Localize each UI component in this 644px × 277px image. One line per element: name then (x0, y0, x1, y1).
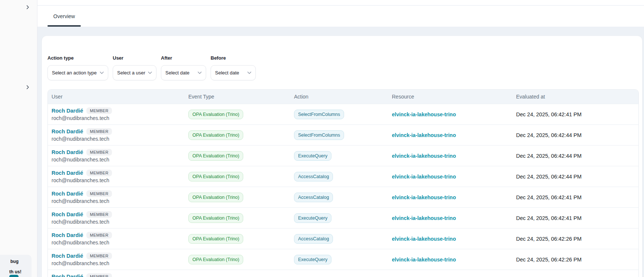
column-header-evaluated-at: Evaluated at (512, 94, 638, 100)
tab-overview[interactable]: Overview (47, 6, 81, 27)
resource-cell: elvinck-ia-lakehouse-trino (388, 153, 512, 159)
resource-link[interactable]: elvinck-ia-lakehouse-trino (392, 111, 456, 117)
event-type-badge: OPA Evaluation (Trino) (188, 255, 243, 264)
report-a-bug-link[interactable]: bug (10, 259, 19, 264)
user-cell: Roch Dardié MEMBER roch@nudibranches.tec… (48, 170, 185, 183)
table-row[interactable]: Roch Dardié MEMBER roch@nudibranches.tec… (48, 249, 638, 270)
tab-bar: Overview (37, 6, 644, 27)
table-row[interactable]: Roch Dardié MEMBER roch@nudibranches.tec… (48, 166, 638, 187)
user-name-link[interactable]: Roch Dardié (52, 232, 83, 238)
user-name-link[interactable]: Roch Dardié (52, 274, 83, 277)
user-select[interactable]: Select a user (113, 65, 156, 80)
table-row[interactable]: Roch Dardié MEMBER roch@nudibranches.tec… (48, 187, 638, 207)
chat-with-us-link[interactable]: th us! (9, 269, 22, 274)
event-type-badge: OPA Evaluation (Trino) (188, 193, 243, 202)
event-type-badge: OPA Evaluation (Trino) (188, 234, 243, 244)
action-badge: ExecuteQuery (294, 213, 331, 223)
table-row[interactable]: Roch Dardié MEMBER roch@nudibranches.tec… (48, 207, 638, 228)
evaluated-at-text: Dec 24, 2025, 06:42:44 PM (516, 174, 582, 180)
table-header-row: User Event Type Action Resource Evaluate… (48, 90, 638, 104)
action-badge: ExecuteQuery (294, 255, 331, 264)
table-row[interactable]: Roch Dardié MEMBER roch@nudibranches.tec… (48, 270, 638, 277)
select-value: Select date (165, 70, 189, 76)
sidebar-expand-button-middle[interactable] (23, 83, 32, 93)
user-name-line: Roch Dardié MEMBER (52, 253, 185, 259)
user-cell: Roch Dardié MEMBER roch@nudibranches.tec… (48, 128, 185, 142)
resource-link[interactable]: elvinck-ia-lakehouse-trino (392, 236, 456, 242)
event-type-cell: OPA Evaluation (Trino) (185, 110, 290, 119)
filter-label: After (161, 55, 206, 61)
after-date-select[interactable]: Select date (161, 65, 206, 80)
user-email: roch@nudibranches.tech (52, 115, 185, 121)
member-role-badge: MEMBER (86, 253, 112, 259)
action-cell: ExecuteQuery (290, 213, 388, 223)
user-name-link[interactable]: Roch Dardié (52, 108, 83, 114)
evaluated-at-cell: Dec 24, 2025, 06:42:41 PM (512, 111, 638, 118)
table-row[interactable]: Roch Dardié MEMBER roch@nudibranches.tec… (48, 145, 638, 166)
action-badge: SelectFromColumns (294, 130, 344, 140)
user-name-link[interactable]: Roch Dardié (52, 211, 83, 217)
main-content: Overview Action type Select an action ty… (37, 0, 644, 277)
column-header-event-type: Event Type (185, 94, 290, 100)
event-type-cell: OPA Evaluation (Trino) (185, 234, 290, 244)
event-type-badge: OPA Evaluation (Trino) (188, 172, 243, 181)
event-type-badge: OPA Evaluation (Trino) (188, 151, 243, 161)
member-role-badge: MEMBER (86, 149, 112, 156)
chat-launcher-button[interactable] (9, 275, 19, 277)
select-value: Select an action type (52, 70, 97, 76)
user-name-link[interactable]: Roch Dardié (52, 129, 83, 134)
resource-link[interactable]: elvinck-ia-lakehouse-trino (392, 194, 456, 200)
user-cell: Roch Dardié MEMBER roch@nudibranches.tec… (48, 232, 185, 246)
event-type-badge: OPA Evaluation (Trino) (188, 110, 243, 119)
select-value: Select date (215, 70, 239, 76)
user-name-link[interactable]: Roch Dardié (52, 149, 83, 155)
user-email: roch@nudibranches.tech (52, 177, 185, 183)
resource-cell: elvinck-ia-lakehouse-trino (388, 236, 512, 242)
event-type-cell: OPA Evaluation (Trino) (185, 193, 290, 202)
table-row[interactable]: Roch Dardié MEMBER roch@nudibranches.tec… (48, 228, 638, 249)
member-role-badge: MEMBER (86, 128, 112, 135)
user-name-link[interactable]: Roch Dardié (52, 191, 83, 197)
user-name-line: Roch Dardié MEMBER (52, 273, 185, 277)
user-cell: Roch Dardié MEMBER roch@nudibranches.tec… (48, 253, 185, 266)
resource-link[interactable]: elvinck-ia-lakehouse-trino (392, 132, 456, 138)
column-header-resource: Resource (388, 94, 512, 100)
filter-after: After Select date (161, 55, 206, 80)
resource-link[interactable]: elvinck-ia-lakehouse-trino (392, 257, 456, 263)
content-card: Action type Select an action type User S… (42, 36, 643, 277)
event-type-cell: OPA Evaluation (Trino) (185, 130, 290, 140)
before-date-select[interactable]: Select date (211, 65, 256, 80)
user-name-line: Roch Dardié MEMBER (52, 149, 185, 156)
action-type-select[interactable]: Select an action type (47, 65, 108, 80)
chevron-down-icon (148, 71, 152, 74)
sidebar-expand-button-top[interactable] (23, 3, 32, 13)
table-row[interactable]: Roch Dardié MEMBER roch@nudibranches.tec… (48, 104, 638, 124)
select-value: Select a user (117, 70, 145, 76)
filter-user: User Select a user (113, 55, 156, 80)
action-cell: AccessCatalog (290, 234, 388, 244)
evaluated-at-text: Dec 24, 2025, 06:42:41 PM (516, 111, 582, 117)
evaluated-at-text: Dec 24, 2025, 06:42:41 PM (516, 215, 582, 221)
resource-link[interactable]: elvinck-ia-lakehouse-trino (392, 153, 456, 159)
evaluated-at-cell: Dec 24, 2025, 06:42:44 PM (512, 132, 638, 138)
table-row[interactable]: Roch Dardié MEMBER roch@nudibranches.tec… (48, 124, 638, 145)
table-body: Roch Dardié MEMBER roch@nudibranches.tec… (48, 104, 638, 277)
resource-link[interactable]: elvinck-ia-lakehouse-trino (392, 174, 456, 180)
user-name-line: Roch Dardié MEMBER (52, 190, 185, 197)
resource-link[interactable]: elvinck-ia-lakehouse-trino (392, 215, 456, 221)
user-name-link[interactable]: Roch Dardié (52, 170, 83, 176)
page-background: Action type Select an action type User S… (37, 27, 644, 277)
action-badge: AccessCatalog (294, 193, 333, 202)
action-cell: AccessCatalog (290, 172, 388, 181)
user-name-link[interactable]: Roch Dardié (52, 253, 83, 259)
user-cell: Roch Dardié MEMBER roch@nudibranches.tec… (48, 190, 185, 204)
user-cell: Roch Dardié MEMBER roch@nudibranches.tec… (48, 149, 185, 163)
member-role-badge: MEMBER (86, 190, 112, 197)
evaluated-at-text: Dec 24, 2025, 06:42:44 PM (516, 132, 582, 138)
evaluated-at-cell: Dec 24, 2025, 06:42:44 PM (512, 153, 638, 159)
evaluated-at-cell: Dec 24, 2025, 06:42:44 PM (512, 173, 638, 180)
chevron-down-icon (247, 71, 251, 74)
evaluated-at-text: Dec 24, 2025, 06:42:26 PM (516, 257, 582, 263)
user-cell: Roch Dardié MEMBER roch@nudibranches.tec… (48, 273, 185, 277)
filter-label: Before (211, 55, 256, 61)
